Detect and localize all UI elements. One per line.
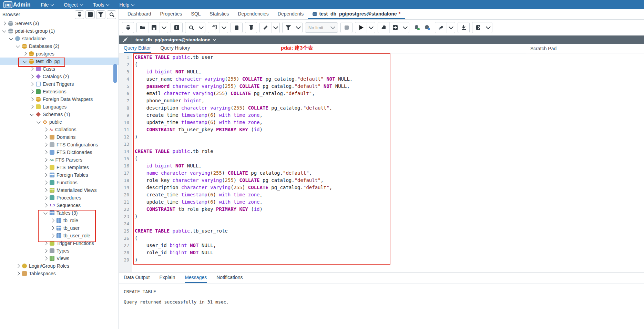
chevron-down-icon[interactable] [43, 210, 47, 214]
tree-item-databases-2[interactable]: Databases (2) [0, 42, 119, 50]
tree-item-views[interactable]: Views [0, 255, 119, 262]
tab-query-tool[interactable]: test_db_pg/postgres@standalone* [308, 9, 405, 19]
menu-file[interactable]: File [41, 2, 54, 8]
tree-item-schemas-1[interactable]: Schemas (1) [0, 111, 119, 118]
chevron-right-icon[interactable] [30, 74, 33, 78]
explain-options-button[interactable] [401, 22, 409, 33]
tree-item-catalogs-2[interactable]: Catalogs (2) [0, 73, 119, 80]
tree-item-login-group-roles[interactable]: Login/Group Roles [0, 262, 119, 270]
chevron-right-icon[interactable] [2, 21, 6, 25]
chevron-right-icon[interactable] [16, 271, 20, 275]
find-button[interactable] [185, 22, 197, 33]
chevron-right-icon[interactable] [43, 188, 47, 192]
explain-analyze-button[interactable] [389, 22, 401, 33]
db-connection-button[interactable] [122, 22, 134, 33]
chevron-right-icon[interactable] [50, 226, 54, 230]
chevron-right-icon[interactable] [43, 165, 47, 169]
chevron-right-icon[interactable] [43, 143, 47, 146]
tree-item-materialized-views[interactable]: Materialized Views [0, 186, 119, 194]
tree-item-collations[interactable]: A↓Collations [0, 126, 119, 133]
tree-item-sequences[interactable]: 1..3Sequences [0, 202, 119, 209]
clear-options-button[interactable] [447, 22, 455, 33]
chevron-right-icon[interactable] [30, 97, 33, 101]
chevron-down-icon[interactable] [23, 59, 27, 63]
browser-filter-button[interactable] [96, 10, 105, 19]
tree-item-tb-role[interactable]: tb_role [0, 217, 119, 224]
commit-button[interactable] [412, 22, 422, 33]
edit-grid-button[interactable] [171, 22, 182, 33]
edit-options-button[interactable] [271, 22, 279, 33]
menu-help[interactable]: Help [119, 2, 134, 8]
connection-label[interactable]: test_db_pg/postgres@standalone [135, 37, 210, 42]
tree-item-fts-templates[interactable]: FTS Templates [0, 164, 119, 171]
tree-item-domains[interactable]: Domains [0, 133, 119, 141]
tab-explain[interactable]: Explain [160, 273, 175, 283]
tree-item-trigger-functions[interactable]: Trigger Functions [0, 239, 119, 247]
rollback-button[interactable] [422, 22, 432, 33]
chevron-right-icon[interactable] [43, 150, 47, 154]
copy-button[interactable] [208, 22, 219, 33]
tree-item-tb-user[interactable]: tb_user [0, 224, 119, 232]
find-options-button[interactable] [197, 22, 205, 33]
tab-statistics[interactable]: Statistics [205, 9, 233, 19]
chevron-down-icon[interactable] [30, 112, 33, 116]
open-file-button[interactable] [137, 22, 148, 33]
chevron-right-icon[interactable] [50, 234, 54, 237]
chevron-right-icon[interactable] [43, 158, 47, 162]
tree-item-casts[interactable]: Casts [0, 65, 119, 73]
chevron-down-icon[interactable] [9, 36, 13, 40]
tree-item-foreign-tables[interactable]: Foreign Tables [0, 171, 119, 179]
filter-button[interactable] [283, 22, 294, 33]
tab-properties[interactable]: Properties [156, 9, 187, 19]
chevron-down-icon[interactable] [2, 29, 6, 32]
chevron-right-icon[interactable] [43, 196, 47, 199]
explain-button[interactable] [378, 22, 389, 33]
sql-editor[interactable]: 1234567891011121314151617181920212223242… [119, 53, 526, 272]
tree-item-foreign-data-wrappers[interactable]: Foreign Data Wrappers [0, 95, 119, 103]
cancel-query-button[interactable] [341, 22, 352, 33]
chevron-right-icon[interactable] [43, 203, 47, 207]
save-file-button[interactable] [148, 22, 160, 33]
chevron-right-icon[interactable] [43, 241, 47, 245]
tab-sql[interactable]: SQL [186, 9, 205, 19]
macros-button[interactable] [472, 22, 484, 33]
chevron-right-icon[interactable] [23, 52, 27, 55]
chevron-right-icon[interactable] [43, 256, 47, 260]
filter-options-button[interactable] [294, 22, 302, 33]
save-options-button[interactable] [160, 22, 168, 33]
chevron-down-icon[interactable] [37, 120, 40, 123]
tab-data-output[interactable]: Data Output [124, 273, 150, 283]
tab-messages[interactable]: Messages [185, 273, 207, 283]
tree-item-fts-configurations[interactable]: FTS Configurations [0, 141, 119, 148]
tree-item-tables-3[interactable]: Tables (3) [0, 209, 119, 217]
chevron-right-icon[interactable] [30, 82, 33, 86]
execute-options-button[interactable] [367, 22, 375, 33]
chevron-right-icon[interactable] [50, 218, 54, 222]
tree-item-tb-user-role[interactable]: tb_user_role [0, 232, 119, 239]
tree-item-servers-3[interactable]: Servers (3) [0, 20, 119, 27]
copy-options-button[interactable] [219, 22, 228, 33]
chevron-right-icon[interactable] [16, 264, 20, 268]
tree-item-postgres[interactable]: postgres [0, 50, 119, 58]
chevron-right-icon[interactable] [43, 127, 47, 131]
tree-item-pdai-test-group-1[interactable]: pdai-test-group (1) [0, 27, 119, 35]
tree-item-types[interactable]: Types [0, 247, 119, 255]
chevron-right-icon[interactable] [43, 173, 47, 177]
menu-tools[interactable]: Tools [93, 2, 109, 8]
tab-query-history[interactable]: Query History [161, 44, 190, 53]
tree-item-functions[interactable]: Functions [0, 179, 119, 186]
edit-button[interactable] [260, 22, 271, 33]
tab-notifications[interactable]: Notifications [216, 273, 243, 283]
chevron-down-icon[interactable] [16, 44, 20, 48]
scratch-pad-input[interactable] [526, 53, 644, 272]
tree-item-event-triggers[interactable]: Event Triggers [0, 80, 119, 88]
tab-dependents[interactable]: Dependents [273, 9, 308, 19]
tree-item-fts-parsers[interactable]: AaFTS Parsers [0, 156, 119, 164]
tree-item-test-db-pg[interactable]: test_db_pg [0, 58, 119, 65]
tree-item-procedures[interactable]: Procedures [0, 194, 119, 202]
tree-item-public[interactable]: public [0, 118, 119, 126]
tree-scrollbar-thumb[interactable] [113, 64, 117, 83]
download-results-button[interactable] [458, 22, 469, 33]
menu-object[interactable]: Object [64, 2, 82, 8]
macros-options-button[interactable] [484, 22, 492, 33]
